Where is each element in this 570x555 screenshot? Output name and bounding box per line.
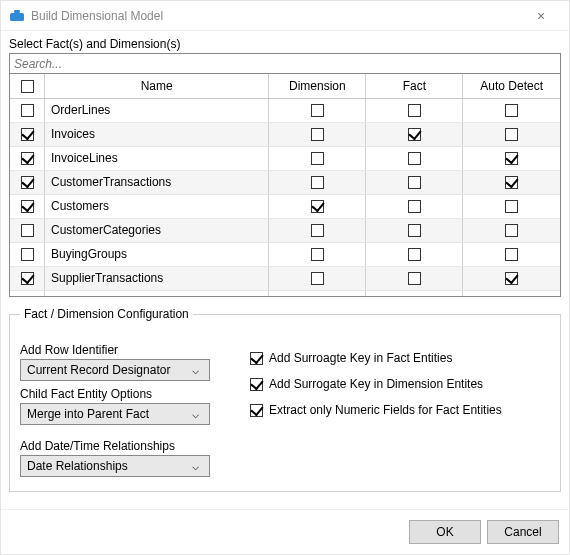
row-select-checkbox[interactable]	[21, 176, 34, 189]
row-fact-checkbox[interactable]	[408, 200, 421, 213]
child-fact-combo[interactable]: Merge into Parent Fact ⌵	[20, 403, 210, 425]
table-row: CustomerCategories	[10, 218, 560, 242]
opt-surrogate-fact-label: Add Surroagte Key in Fact Entities	[269, 351, 452, 365]
row-auto-checkbox[interactable]	[505, 224, 518, 237]
row-dimension-checkbox[interactable]	[311, 104, 324, 117]
row-dimension-checkbox[interactable]	[311, 128, 324, 141]
datetime-value: Date Relationships	[27, 459, 187, 473]
window-title: Build Dimensional Model	[31, 9, 163, 23]
row-auto-checkbox[interactable]	[505, 152, 518, 165]
row-select-checkbox[interactable]	[21, 272, 34, 285]
child-fact-value: Merge into Parent Fact	[27, 407, 187, 421]
row-name: CustomerTransactions	[45, 170, 269, 194]
row-name: CustomerCategories	[45, 218, 269, 242]
row-fact-checkbox[interactable]	[408, 128, 421, 141]
table-row: SupplierTransactions	[10, 266, 560, 290]
row-auto-checkbox[interactable]	[505, 176, 518, 189]
row-auto-checkbox[interactable]	[505, 104, 518, 117]
chevron-down-icon: ⌵	[187, 459, 203, 473]
opt-numeric-only-label: Extract only Numeric Fields for Fact Ent…	[269, 403, 502, 417]
col-header-fact[interactable]: Fact	[366, 74, 463, 98]
table-row: CustomerTransactions	[10, 170, 560, 194]
add-row-id-value: Current Record Designator	[27, 363, 187, 377]
row-select-checkbox[interactable]	[21, 104, 34, 117]
config-legend: Fact / Dimension Configuration	[20, 307, 193, 321]
row-fact-checkbox[interactable]	[408, 248, 421, 261]
dialog-window: Build Dimensional Model × Select Fact(s)…	[0, 0, 570, 555]
child-fact-label: Child Fact Entity Options	[20, 387, 220, 401]
row-name: Suppliers	[45, 290, 269, 296]
titlebar: Build Dimensional Model ×	[1, 1, 569, 31]
app-icon	[9, 9, 25, 23]
table-row: Invoices	[10, 122, 560, 146]
cancel-button[interactable]: Cancel	[487, 520, 559, 544]
table-row: OrderLines	[10, 98, 560, 122]
row-fact-checkbox[interactable]	[408, 272, 421, 285]
table-row: InvoiceLines	[10, 146, 560, 170]
entity-grid: Name Dimension Fact Auto Detect OrderLin…	[9, 73, 561, 297]
row-dimension-checkbox[interactable]	[311, 200, 324, 213]
row-name: OrderLines	[45, 98, 269, 122]
chevron-down-icon: ⌵	[187, 407, 203, 421]
row-auto-checkbox[interactable]	[505, 248, 518, 261]
row-name: Customers	[45, 194, 269, 218]
col-header-auto[interactable]: Auto Detect	[463, 74, 560, 98]
svg-rect-0	[10, 13, 24, 21]
row-select-checkbox[interactable]	[21, 248, 34, 261]
row-select-checkbox[interactable]	[21, 152, 34, 165]
table-row: BuyingGroups	[10, 242, 560, 266]
select-all-checkbox[interactable]	[21, 80, 34, 93]
opt-numeric-only-checkbox[interactable]	[250, 404, 263, 417]
add-row-id-combo[interactable]: Current Record Designator ⌵	[20, 359, 210, 381]
row-name: InvoiceLines	[45, 146, 269, 170]
config-group: Fact / Dimension Configuration Add Row I…	[9, 307, 561, 492]
opt-surrogate-dimension-label: Add Surrogate Key in Dimension Entites	[269, 377, 483, 391]
svg-rect-1	[14, 10, 20, 13]
row-fact-checkbox[interactable]	[408, 176, 421, 189]
row-select-checkbox[interactable]	[21, 224, 34, 237]
row-dimension-checkbox[interactable]	[311, 152, 324, 165]
datetime-combo[interactable]: Date Relationships ⌵	[20, 455, 210, 477]
chevron-down-icon: ⌵	[187, 363, 203, 377]
table-row: Customers	[10, 194, 560, 218]
row-select-checkbox[interactable]	[21, 128, 34, 141]
grid-scroll[interactable]: Name Dimension Fact Auto Detect OrderLin…	[10, 74, 560, 296]
row-auto-checkbox[interactable]	[505, 200, 518, 213]
close-icon[interactable]: ×	[521, 8, 561, 24]
col-header-name[interactable]: Name	[45, 74, 269, 98]
row-auto-checkbox[interactable]	[505, 272, 518, 285]
row-dimension-checkbox[interactable]	[311, 248, 324, 261]
row-select-checkbox[interactable]	[21, 200, 34, 213]
ok-button[interactable]: OK	[409, 520, 481, 544]
row-dimension-checkbox[interactable]	[311, 224, 324, 237]
add-row-id-label: Add Row Identifier	[20, 343, 220, 357]
dialog-footer: OK Cancel	[1, 509, 569, 554]
row-dimension-checkbox[interactable]	[311, 176, 324, 189]
row-name: Invoices	[45, 122, 269, 146]
search-input[interactable]	[9, 53, 561, 73]
row-fact-checkbox[interactable]	[408, 104, 421, 117]
row-name: SupplierTransactions	[45, 266, 269, 290]
col-header-dimension[interactable]: Dimension	[269, 74, 366, 98]
selection-label: Select Fact(s) and Dimension(s)	[9, 37, 561, 51]
opt-surrogate-fact-checkbox[interactable]	[250, 352, 263, 365]
row-dimension-checkbox[interactable]	[311, 272, 324, 285]
row-fact-checkbox[interactable]	[408, 224, 421, 237]
opt-surrogate-dimension-checkbox[interactable]	[250, 378, 263, 391]
table-row: Suppliers	[10, 290, 560, 296]
row-name: BuyingGroups	[45, 242, 269, 266]
datetime-label: Add Date/Time Relationships	[20, 439, 220, 453]
row-fact-checkbox[interactable]	[408, 152, 421, 165]
row-auto-checkbox[interactable]	[505, 128, 518, 141]
